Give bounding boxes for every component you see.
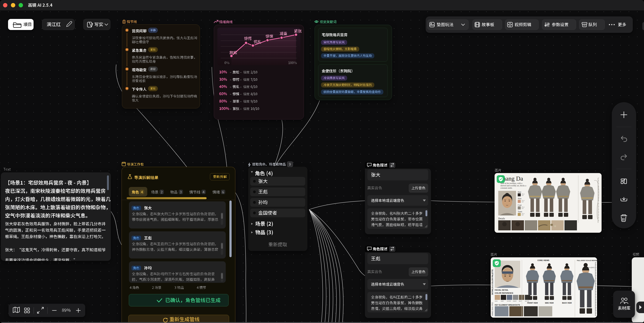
svg-text:CORE VIEWS: CORE VIEWS	[538, 259, 549, 261]
svg-text:128: 128	[522, 214, 524, 216]
svg-text:Hair: Hair	[518, 191, 521, 193]
svg-text:1.65 m (5'5"): 1.65 m (5'5")	[586, 267, 594, 268]
svg-text:Skin: Skin	[518, 197, 522, 200]
svg-text:INNER: INNER	[513, 301, 516, 302]
svg-text:BACK VIEW: BACK VIEW	[562, 302, 572, 304]
svg-text:Coat: Coat	[518, 204, 522, 206]
svg-text:FULL-BODY SCALE REFERENCE: FULL-BODY SCALE REFERENCE	[577, 260, 601, 261]
svg-text:128: 128	[522, 208, 524, 209]
svg-text:COLOR REFERENCE: COLOR REFERENCE	[495, 292, 513, 294]
svg-text:FRONT VIEW: FRONT VIEW	[527, 302, 538, 304]
svg-text:shrewd and worldly air, thicks: shrewd and worldly air, thicks a	[500, 184, 526, 187]
svg-text:128: 128	[522, 201, 524, 203]
svg-text:FACIAL DETAIL: FACIAL DETAIL	[495, 289, 508, 291]
svg-text:Tunic: Tunic	[518, 210, 522, 213]
svg-text:constant smile.: constant smile.	[500, 187, 512, 189]
svg-text:HAIR: HAIR	[501, 301, 504, 302]
svg-text:SIDE VIEW: SIDE VIEW	[545, 302, 554, 304]
svg-text:WANG BIAU PRO: WANG BIAU PRO	[492, 302, 494, 316]
svg-text:BELT: BELT	[519, 301, 522, 302]
svg-text:BOOTS: BOOTS	[525, 301, 529, 302]
svg-text:DETAILS & COLOR PALETTE: DETAILS & COLOR PALETTE	[492, 269, 494, 295]
svg-text:SKIN: SKIN	[495, 301, 498, 302]
svg-text:128: 128	[522, 195, 524, 196]
svg-text:OUTER: OUTER	[507, 301, 511, 302]
svg-text:Details: Details	[498, 217, 505, 220]
svg-text:KEY ELEMENT BREAKOUTS: KEY ELEMENT BREAKOUTS	[495, 304, 520, 306]
